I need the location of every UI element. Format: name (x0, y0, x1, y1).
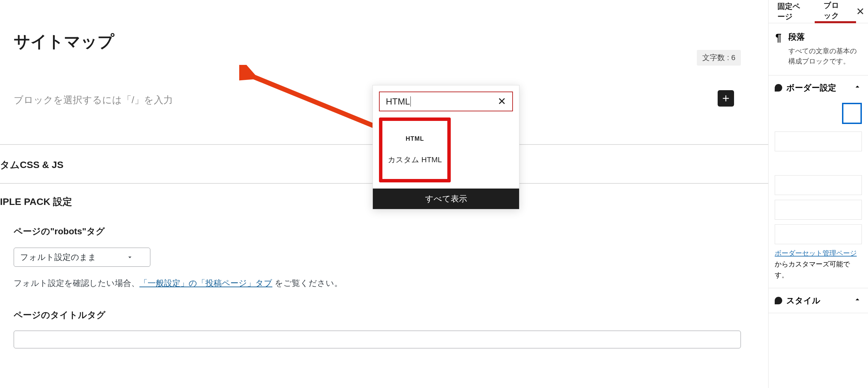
paragraph-icon: ¶ (775, 31, 782, 66)
robots-tag-heading: ページの"robots"タグ (14, 225, 755, 237)
block-inserter-popup: HTML ✕ HTML カスタム HTML すべて表示 (372, 85, 519, 209)
brand-dot-icon (775, 297, 782, 304)
plus-icon (721, 93, 731, 103)
sidebar-close-button[interactable]: ✕ (856, 5, 868, 17)
html-icon: HTML (406, 135, 424, 142)
show-all-button[interactable]: すべて表示 (373, 189, 519, 209)
chevron-down-icon (126, 253, 134, 261)
tab-page[interactable]: 固定ページ (769, 0, 815, 23)
border-settings-link[interactable]: ボーダーセット管理ページ (775, 249, 857, 257)
block-info-title: 段落 (788, 31, 862, 42)
border-preview-selected[interactable] (842, 103, 862, 124)
robots-help-text: フォルト設定を確認したい場合、「一般設定」の「投稿ページ」タブ をご覧ください。 (14, 278, 755, 289)
page-title[interactable]: サイトマップ (14, 31, 755, 53)
robots-select[interactable]: フォルト設定のまま (14, 248, 150, 267)
add-block-button[interactable] (718, 90, 734, 107)
block-result-custom-html[interactable]: HTML カスタム HTML (379, 117, 451, 182)
robots-help-link[interactable]: 「一般設定」の「投稿ページ」タブ (139, 278, 272, 288)
title-tag-input[interactable] (14, 331, 741, 348)
border-help-text: ボーダーセット管理ページからカスタマーズ可能です。 (775, 248, 862, 280)
border-option-row[interactable] (775, 224, 862, 244)
border-option-row[interactable] (775, 200, 862, 220)
style-panel-toggle[interactable]: スタイル (769, 288, 868, 313)
settings-sidebar: 固定ページ ブロック ✕ ¶ 段落 すべての文章の基本の構成ブロックです。 ボー… (768, 0, 868, 388)
block-info: ¶ 段落 すべての文章の基本の構成ブロックです。 (769, 23, 868, 75)
border-panel-toggle[interactable]: ボーダー設定 (769, 75, 868, 100)
block-info-desc: すべての文章の基本の構成ブロックです。 (788, 46, 862, 66)
char-count-badge: 文字数 : 6 (697, 50, 741, 66)
style-panel: スタイル (769, 288, 868, 313)
border-option-row[interactable] (775, 175, 862, 195)
title-tag-heading: ページのタイトルタグ (14, 309, 755, 321)
brand-dot-icon (775, 84, 782, 92)
clear-search-button[interactable]: ✕ (498, 96, 506, 107)
chevron-up-icon (853, 295, 862, 304)
block-placeholder[interactable]: ブロックを選択するには「/」を入力 (14, 94, 173, 107)
robots-select-value: フォルト設定のまま (20, 252, 96, 263)
tab-block[interactable]: ブロック (815, 0, 856, 23)
block-search-input[interactable]: HTML ✕ (379, 92, 513, 111)
chevron-up-icon (853, 82, 862, 91)
border-option-row[interactable] (775, 131, 862, 151)
block-result-label: カスタム HTML (388, 155, 442, 165)
border-panel: ボーダー設定 ボーダーセット管理ページからカスタマーズ可能です。 (769, 75, 868, 288)
